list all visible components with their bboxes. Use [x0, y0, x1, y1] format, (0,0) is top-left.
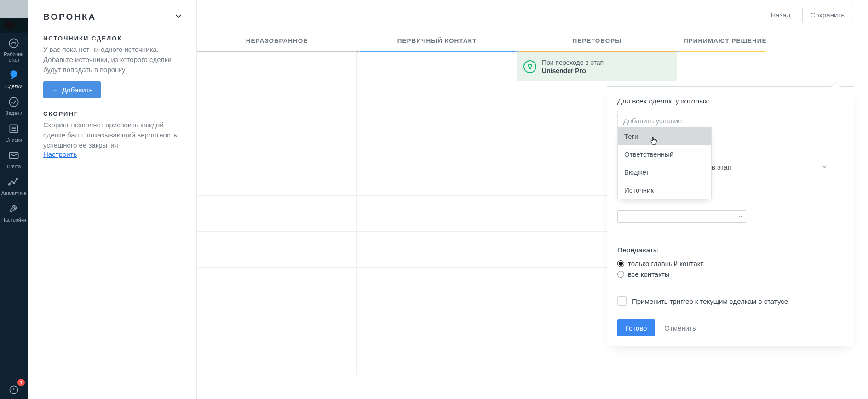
dropdown-option-tags[interactable]: Теги	[618, 127, 711, 145]
pipeline-column: ПЕРВИЧНЫЙ КОНТАКТ ＋	[357, 30, 517, 375]
notification-badge: 1	[17, 379, 25, 386]
main-area: Назад Сохранить НЕРАЗОБРАННОЕ ＋ ПЕРВИЧНЫ…	[197, 0, 868, 399]
gauge-icon	[7, 37, 20, 50]
add-button-label: Добавить	[62, 86, 92, 94]
svg-rect-7	[9, 153, 18, 159]
scoring-section: СКОРИНГ Скоринг позволяет присвоить кажд…	[43, 110, 184, 159]
conditions-label: Для всех сделок, у которых:	[617, 97, 844, 105]
bell-icon	[7, 383, 20, 396]
sources-section: ИСТОЧНИКИ СДЕЛОК У вас пока нет ни одног…	[43, 35, 184, 98]
column-header[interactable]: НЕРАЗОБРАННОЕ	[197, 30, 357, 52]
add-trigger-icon[interactable]: ＋	[514, 47, 522, 57]
svg-point-2	[9, 97, 18, 107]
nav-label: Почта	[7, 164, 21, 169]
nav-analytics[interactable]: Аналитика	[0, 172, 28, 199]
sources-heading: ИСТОЧНИКИ СДЕЛОК	[43, 35, 184, 42]
column-header[interactable]: ПРИНИМАЮТ РЕШЕНИЕ	[677, 30, 766, 52]
topbar: Назад Сохранить	[197, 0, 868, 30]
apply-current-checkbox[interactable]: Применить триггер к текущим сделкам в ст…	[617, 296, 844, 306]
left-nav: Рабочий стол Сделки Задачи Списки Почта	[0, 0, 28, 399]
deals-icon	[7, 69, 20, 82]
nav-label: Списки	[6, 137, 23, 142]
workspace-avatar[interactable]	[0, 0, 28, 33]
nav-deals[interactable]: Сделки	[0, 65, 28, 92]
radio-main-contact[interactable]: только главный контакт	[617, 260, 844, 268]
add-source-button[interactable]: ＋ Добавить	[43, 81, 101, 98]
nav-label: Задачи	[6, 110, 23, 116]
chevron-down-icon[interactable]	[173, 11, 184, 23]
nav-dashboard[interactable]: Рабочий стол	[0, 33, 28, 65]
add-trigger-icon[interactable]: ＋	[674, 47, 682, 57]
pipeline-column: НЕРАЗОБРАННОЕ ＋	[197, 30, 357, 375]
dropdown-option-responsible[interactable]: Ответственный	[618, 145, 711, 163]
side-panel: ВОРОНКА ИСТОЧНИКИ СДЕЛОК У вас пока нет …	[28, 0, 197, 399]
dropdown-option-budget[interactable]: Бюджет	[618, 163, 711, 181]
list-icon	[7, 122, 20, 135]
radio-input[interactable]	[617, 260, 624, 267]
radio-input[interactable]	[617, 271, 624, 278]
trigger-popover: Для всех сделок, у которых: Теги Ответст…	[607, 86, 854, 346]
nav-label: Рабочий стол	[4, 51, 23, 63]
save-button[interactable]: Сохранить	[802, 7, 852, 23]
add-trigger-icon[interactable]: ＋	[354, 47, 362, 57]
plus-icon: ＋	[52, 86, 58, 94]
scoring-heading: СКОРИНГ	[43, 110, 184, 117]
column-header[interactable]: ПЕРЕГОВОРЫ	[517, 30, 677, 52]
nav-label: Настройки	[1, 217, 26, 222]
scoring-text: Скоринг позволяет присвоить каждой сделк…	[43, 120, 184, 150]
secondary-select[interactable]	[617, 210, 746, 223]
done-button[interactable]: Готово	[617, 319, 655, 336]
nav-tasks[interactable]: Задачи	[0, 92, 28, 119]
column-header[interactable]: ПЕРВИЧНЫЙ КОНТАКТ	[357, 30, 517, 52]
condition-dropdown: Теги Ответственный Бюджет Источник	[617, 127, 712, 200]
pass-label: Передавать:	[617, 246, 844, 254]
nav-label: Сделки	[5, 84, 23, 89]
nav-lists[interactable]: Списки	[0, 119, 28, 145]
checkbox-icon[interactable]	[617, 296, 627, 306]
trigger-text: При переходе в этап Unisender Pro	[542, 58, 604, 75]
trigger-card[interactable]: При переходе в этап Unisender Pro	[517, 52, 677, 81]
scoring-configure-link[interactable]: Настроить	[43, 150, 77, 158]
sources-text: У вас пока нет ни одного источника. Доба…	[43, 45, 184, 75]
nav-notifications[interactable]: 1	[0, 380, 28, 399]
cancel-button[interactable]: Отменить	[664, 324, 696, 332]
back-button[interactable]: Назад	[768, 7, 793, 23]
mail-icon	[7, 149, 20, 162]
check-circle-icon	[7, 96, 20, 108]
analytics-icon	[7, 176, 20, 188]
nav-settings[interactable]: Настройки	[0, 199, 28, 225]
nav-label: Аналитика	[1, 190, 26, 196]
funnel-title: ВОРОНКА	[43, 12, 96, 22]
dropdown-option-source[interactable]: Источник	[618, 181, 711, 199]
nav-mail[interactable]: Почта	[0, 145, 28, 172]
wrench-icon	[7, 202, 20, 215]
integration-icon	[523, 60, 536, 73]
radio-all-contacts[interactable]: все контакты	[617, 270, 844, 278]
